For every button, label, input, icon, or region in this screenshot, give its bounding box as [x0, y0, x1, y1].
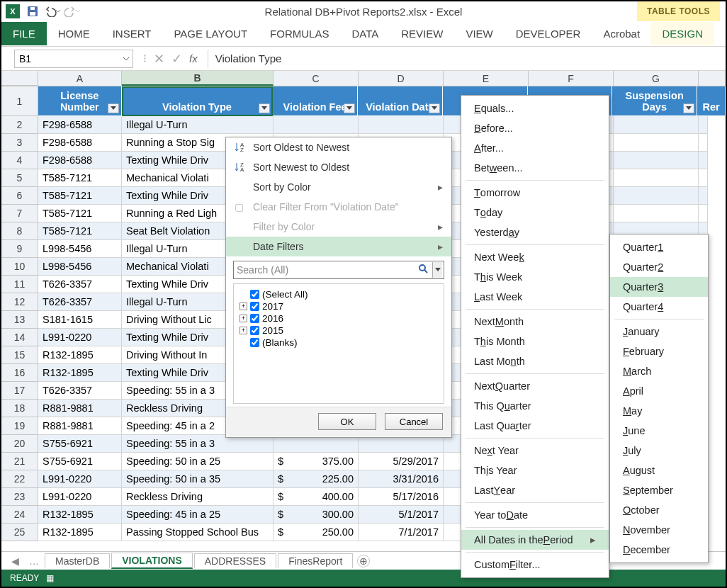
row-header[interactable]: 12 — [1, 293, 38, 311]
date-filter-item[interactable]: Next Quarter — [461, 376, 609, 396]
cell[interactable]: R881-9881 — [38, 400, 122, 417]
cell[interactable]: L991-0220 — [38, 488, 122, 506]
row-header[interactable]: 3 — [1, 134, 38, 152]
row-header[interactable]: 16 — [1, 364, 38, 382]
cell[interactable]: R132-1895 — [38, 364, 122, 382]
date-filter-item[interactable]: Before... — [461, 118, 609, 138]
cell[interactable] — [699, 187, 708, 205]
expand-icon[interactable]: + — [239, 315, 247, 322]
expand-icon[interactable]: + — [239, 303, 247, 310]
cell[interactable]: S755-6921 — [38, 435, 122, 453]
tree-2015[interactable]: +2015 — [239, 324, 438, 337]
cell[interactable]: R132-1895 — [38, 506, 122, 524]
cell[interactable]: Speeding: 50 in a 35 — [122, 470, 274, 488]
sheet-nav-dots[interactable]: … — [25, 555, 43, 567]
redo-icon[interactable] — [64, 3, 81, 20]
save-icon[interactable] — [24, 3, 41, 20]
cell[interactable] — [359, 116, 444, 134]
date-filter-item[interactable]: This Month — [461, 332, 609, 351]
row-header[interactable]: 18 — [1, 400, 38, 417]
period-item[interactable]: April — [610, 381, 708, 401]
fx-icon[interactable]: fx — [189, 52, 198, 64]
cell[interactable]: Speeding: 50 in a 25 — [122, 453, 274, 470]
cell[interactable]: T626-3357 — [38, 382, 122, 400]
date-filter-item[interactable]: Tomorrow — [461, 183, 609, 203]
col-a[interactable]: A — [38, 71, 122, 86]
th-license-number[interactable]: License Number — [38, 86, 122, 116]
date-filter-item[interactable]: This Quarter — [461, 396, 609, 416]
period-item[interactable]: Quarter 3 — [610, 277, 708, 297]
chevron-down-icon[interactable] — [432, 262, 442, 278]
date-filter-item[interactable]: This Year — [461, 460, 609, 480]
cell[interactable]: 7/1/2017 — [359, 524, 444, 541]
row-header[interactable]: 9 — [1, 240, 38, 258]
formula-input[interactable]: Violation Type — [208, 50, 713, 68]
row-header[interactable]: 6 — [1, 187, 38, 205]
cell[interactable]: F298-6588 — [38, 152, 122, 169]
sheet-addresses[interactable]: ADDRESSES — [194, 553, 276, 568]
cell[interactable]: R132-1895 — [38, 346, 122, 364]
cell[interactable]: Reckless Driving — [122, 488, 274, 506]
cell[interactable]: $375.00 — [274, 453, 359, 470]
cell[interactable]: S755-6921 — [38, 453, 122, 470]
sort-by-color[interactable]: Sort by Color ▸ — [226, 177, 451, 197]
chevron-down-icon[interactable] — [123, 53, 130, 64]
row-header[interactable]: 22 — [1, 470, 38, 488]
tab-developer[interactable]: DEVELOPER — [505, 22, 592, 45]
cell[interactable] — [614, 152, 699, 169]
th-rer[interactable]: Rer — [697, 86, 726, 116]
date-filter-item[interactable]: Between... — [461, 158, 609, 178]
cell[interactable] — [614, 134, 699, 152]
cell[interactable]: 5/17/2016 — [359, 488, 444, 506]
cell[interactable] — [614, 116, 699, 134]
filter-dropdown-icon[interactable] — [344, 103, 355, 113]
add-sheet-button[interactable]: ⊕ — [357, 555, 370, 567]
row-header-1[interactable]: 1 — [1, 86, 38, 116]
cell[interactable] — [699, 205, 708, 222]
row-header[interactable]: 8 — [1, 222, 38, 240]
tree-2017[interactable]: +2017 — [239, 300, 438, 312]
tab-acrobat[interactable]: Acrobat — [592, 22, 651, 45]
cell[interactable]: R881-9881 — [38, 417, 122, 435]
cell[interactable]: R132-1895 — [38, 524, 122, 541]
cell[interactable]: L998-5456 — [38, 258, 122, 276]
confirm-check-icon[interactable]: ✓ — [171, 51, 182, 67]
period-item[interactable]: August — [610, 460, 708, 480]
cell[interactable] — [699, 134, 708, 152]
row-header[interactable]: 19 — [1, 417, 38, 435]
cell[interactable]: L991-0220 — [38, 329, 122, 346]
period-item[interactable]: Quarter 4 — [610, 297, 708, 317]
tab-data[interactable]: DATA — [340, 22, 390, 45]
cell[interactable]: $250.00 — [274, 524, 359, 541]
row-header[interactable]: 10 — [1, 258, 38, 276]
row-header[interactable]: 20 — [1, 435, 38, 453]
ok-button[interactable]: OK — [318, 413, 376, 430]
th-suspension-days[interactable]: SuspensionDays — [612, 86, 697, 116]
cell[interactable]: $225.00 — [274, 470, 359, 488]
tab-view[interactable]: VIEW — [454, 22, 504, 45]
period-item[interactable]: November — [610, 520, 708, 540]
cell[interactable] — [614, 169, 699, 187]
period-item[interactable]: Quarter 2 — [610, 257, 708, 277]
tab-design[interactable]: DESIGN — [650, 22, 714, 45]
date-filter-item[interactable]: Custom Filter... — [461, 555, 609, 575]
date-filter-item[interactable]: Today — [461, 203, 609, 222]
th-violation-date[interactable]: Violation Date — [358, 86, 443, 116]
date-filter-item[interactable]: Last Year — [461, 480, 609, 500]
cell[interactable]: T585-7121 — [38, 222, 122, 240]
row-header[interactable]: 25 — [1, 524, 38, 541]
row-header[interactable]: 7 — [1, 205, 38, 222]
filter-dropdown-icon[interactable] — [259, 103, 270, 113]
cell[interactable]: 3/31/2016 — [359, 470, 444, 488]
date-filter-item[interactable]: Next Week — [461, 247, 609, 267]
row-header[interactable]: 14 — [1, 329, 38, 346]
row-header[interactable]: 21 — [1, 453, 38, 470]
cell[interactable]: T585-7121 — [38, 187, 122, 205]
undo-icon[interactable] — [44, 3, 61, 20]
cell[interactable]: S181-1615 — [38, 311, 122, 329]
sort-newest-oldest[interactable]: ZA Sort Newest to Oldest — [226, 157, 451, 177]
period-item[interactable]: February — [610, 341, 708, 361]
row-header[interactable]: 13 — [1, 311, 38, 329]
tree-2016[interactable]: +2016 — [239, 312, 438, 324]
period-item[interactable]: October — [610, 500, 708, 520]
